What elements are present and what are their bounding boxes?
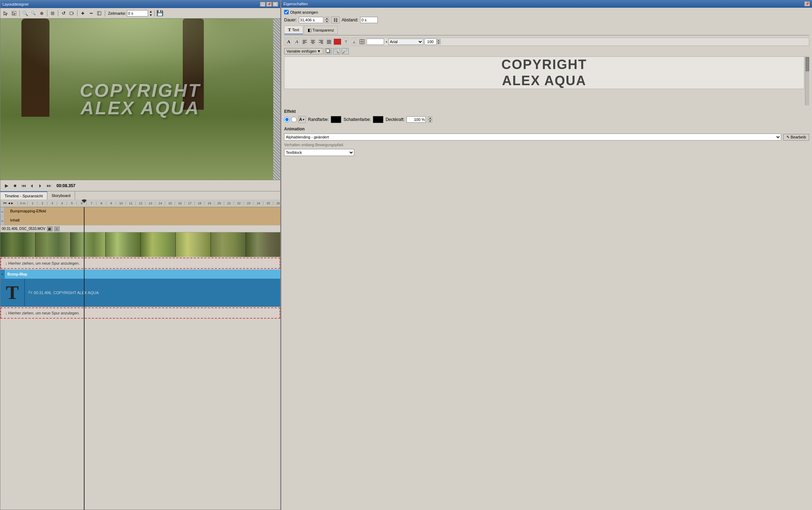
add-btn[interactable]: + bbox=[79, 9, 87, 17]
variable-einfuegen-btn[interactable]: Variable einfügen ▼ bbox=[284, 48, 323, 54]
toolbar-sep-1 bbox=[19, 10, 20, 16]
font-select[interactable]: Arial Times New Roman Courier bbox=[388, 39, 423, 45]
track-fill-inhalt: Inhalt bbox=[5, 216, 280, 225]
undo-btn[interactable]: ↺ bbox=[60, 9, 67, 17]
track-collapse-btn-inhalt[interactable]: − bbox=[0, 216, 5, 225]
fast-forward-btn[interactable]: ⏭ bbox=[45, 182, 52, 189]
deckkraft-up-btn[interactable]: ▲ bbox=[428, 116, 432, 120]
zoom-in-btn[interactable]: 🔍 bbox=[21, 9, 29, 17]
italic-btn[interactable]: A bbox=[293, 39, 300, 45]
timeline-area: ✂ ◂ ▸ 0 m 1 2 3 4 5 6 7 8 9 10 11 12 13 … bbox=[0, 199, 280, 510]
deckkraft-input[interactable] bbox=[407, 116, 426, 123]
record-btn[interactable] bbox=[68, 9, 76, 17]
justify-btn[interactable] bbox=[326, 39, 333, 45]
next-frame-btn[interactable]: ⏵ bbox=[37, 182, 44, 189]
ruler-mark: 20 bbox=[214, 202, 224, 205]
textblock-select[interactable]: Textblock bbox=[284, 149, 354, 156]
objekt-anzeigen-checkbox[interactable] bbox=[284, 10, 289, 14]
text-color-swatch[interactable] bbox=[334, 39, 341, 45]
ruler-mark: 3 bbox=[47, 202, 57, 205]
preview-scrollbar[interactable] bbox=[805, 56, 809, 106]
align-right-btn[interactable] bbox=[317, 39, 324, 45]
search2-icon-btn[interactable]: 🔎 bbox=[342, 48, 349, 54]
dauer-up-btn[interactable]: ▲ bbox=[325, 17, 329, 20]
zoom-out-btn[interactable]: 🔍 bbox=[29, 9, 37, 17]
dauer-down-btn[interactable]: ▼ bbox=[325, 20, 329, 23]
white-color-swatch[interactable] bbox=[367, 39, 384, 45]
drop-zone-1[interactable]: ↓ Hierher ziehen, um neue Spur anzulegen… bbox=[0, 258, 280, 269]
ruler-mark: 9 bbox=[106, 202, 116, 205]
track-inhalt: − Inhalt bbox=[0, 216, 280, 225]
ruler-mark: 26 bbox=[273, 202, 280, 205]
select-all-btn[interactable] bbox=[10, 9, 18, 17]
scissors-icon[interactable]: ✂ bbox=[3, 200, 7, 206]
tab-storyboard[interactable]: Storyboard bbox=[47, 191, 75, 199]
ruler-marks: 0 m 1 2 3 4 5 6 7 8 9 10 11 12 13 14 15 … bbox=[18, 202, 280, 205]
bump-map-label: Bump-Map bbox=[7, 272, 27, 276]
valign-middle-btn[interactable]: ⊥ bbox=[350, 39, 357, 45]
align-center-btn[interactable] bbox=[309, 39, 316, 45]
rewind-btn[interactable]: ⏮ bbox=[20, 182, 27, 189]
left-panel: Layoutdesigner _ 📌 ✕ 🔍 🔍 ⊕ bbox=[0, 0, 281, 510]
resize-handle[interactable]: ····· bbox=[540, 84, 548, 88]
svg-marker-8 bbox=[73, 13, 74, 14]
grid-btn[interactable] bbox=[49, 9, 56, 17]
font-size-input[interactable] bbox=[424, 39, 437, 45]
schattenfarbe-swatch[interactable] bbox=[373, 116, 383, 123]
shadow-style-btn[interactable]: A▼ bbox=[298, 116, 306, 123]
zeitmarke-input[interactable] bbox=[127, 10, 148, 16]
align-left-btn[interactable] bbox=[301, 39, 308, 45]
tab-timeline-spuransicht[interactable]: Timeline - Spuransicht bbox=[0, 191, 47, 199]
search-icon-btn[interactable]: 🔍 bbox=[333, 48, 340, 54]
shadow-radio-1[interactable] bbox=[284, 117, 290, 122]
bearbeiten-btn[interactable]: ✎ Bearbeib bbox=[783, 134, 809, 141]
audio-icon: ♫ bbox=[54, 226, 60, 231]
close-btn[interactable]: ✕ bbox=[273, 2, 278, 7]
animation-select[interactable]: Alphablending - geändert bbox=[284, 134, 781, 141]
track-collapse-btn[interactable]: − bbox=[0, 207, 5, 216]
fontsize-up-btn[interactable]: ▲ bbox=[437, 39, 441, 42]
video-thumbnail-track[interactable] bbox=[0, 232, 280, 257]
zoom-fit-btn[interactable]: ⊕ bbox=[38, 9, 46, 17]
pin-btn[interactable]: 📌 bbox=[266, 2, 272, 7]
deckkraft-down-btn[interactable]: ▼ bbox=[428, 120, 432, 123]
tab-transparenz[interactable]: ◧ Transparenz bbox=[304, 26, 338, 34]
dauer-input[interactable] bbox=[299, 17, 323, 23]
ruler-mark: 25 bbox=[263, 202, 273, 205]
svg-rect-7 bbox=[70, 12, 73, 15]
chapter-btn[interactable] bbox=[96, 9, 103, 17]
bump-map-collapse-btn[interactable]: − bbox=[0, 270, 5, 278]
prev-frame-btn[interactable]: ⏴ bbox=[28, 182, 35, 189]
link-icon[interactable]: ⛓ bbox=[331, 16, 340, 23]
shadow-radio-2[interactable] bbox=[291, 117, 297, 122]
timeline-tabs: Timeline - Spuransicht Storyboard bbox=[0, 191, 280, 199]
tab-transparenz-icon: ◧ bbox=[308, 28, 311, 33]
copy-icon-btn[interactable] bbox=[325, 48, 332, 54]
randfarbe-swatch[interactable] bbox=[331, 116, 341, 123]
fontsize-down-btn[interactable]: ▼ bbox=[437, 42, 441, 45]
remove-btn[interactable]: − bbox=[87, 9, 95, 17]
select-tool-btn[interactable] bbox=[2, 9, 9, 17]
tab-text[interactable]: T Text bbox=[284, 26, 303, 34]
transport-bar: ▶ ■ ⏮ ⏴ ⏵ ⏭ 00:08.357 bbox=[0, 180, 280, 191]
zeitmarke-up-btn[interactable]: ▲▼ bbox=[149, 9, 153, 17]
play-btn[interactable]: ▶ bbox=[3, 182, 10, 189]
svg-marker-0 bbox=[4, 12, 7, 15]
ruler-mark: 16 bbox=[175, 202, 184, 205]
bold-btn[interactable]: A bbox=[285, 39, 292, 45]
toolbar-sep-5 bbox=[105, 10, 105, 16]
ruler-mark: 11 bbox=[126, 202, 135, 205]
layoutdesigner-title: Layoutdesigner bbox=[2, 2, 29, 6]
valign-top-btn[interactable]: ⊤ bbox=[342, 39, 349, 45]
track-name-inhalt: Inhalt bbox=[10, 218, 20, 222]
save-btn[interactable]: 💾 bbox=[156, 9, 164, 17]
tab-text-icon: T bbox=[288, 27, 291, 33]
ruler-mark: 13 bbox=[145, 202, 155, 205]
abstand-input[interactable] bbox=[360, 17, 378, 23]
stop-btn[interactable]: ■ bbox=[12, 182, 19, 189]
minimize-btn[interactable]: _ bbox=[260, 2, 266, 7]
props-pin-btn[interactable]: 📌 bbox=[804, 1, 810, 6]
text-track-content: Fx 00:31.406, COPYRIGHT ALEX AQUA bbox=[25, 279, 280, 306]
table-btn[interactable] bbox=[358, 39, 365, 45]
drop-zone-2[interactable]: ↓ Hierher ziehen, um neue Spur anzulegen… bbox=[0, 307, 280, 319]
